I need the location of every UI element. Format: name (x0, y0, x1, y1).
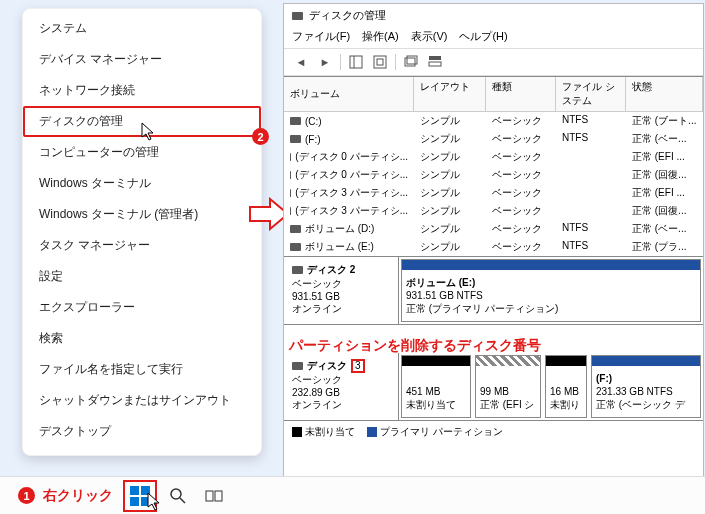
taskview-icon (205, 487, 223, 505)
partition-status: 正常 (EFI シ (480, 399, 534, 410)
partition-f[interactable]: (F:)231.33 GB NTFS正常 (ベーシック デ (591, 355, 701, 418)
cell-volume: (ディスク 0 パーティシ... (295, 168, 408, 182)
menu-view[interactable]: 表示(V) (411, 29, 448, 44)
col-filesystem[interactable]: ファイル システム (556, 77, 626, 111)
cell-layout: シンプル (414, 184, 486, 202)
partition-size: 451 MB (406, 386, 440, 397)
table-row[interactable]: (ディスク 0 パーティシ...シンプルベーシック正常 (回復... (284, 166, 703, 184)
disk-row-2: ディスク 2 ベーシック 931.51 GB オンライン ボリューム (E:) … (284, 257, 703, 325)
winx-context-menu: システム デバイス マネージャー ネットワーク接続 ディスクの管理 2 コンピュ… (22, 8, 262, 456)
table-row[interactable]: ボリューム (D:)シンプルベーシックNTFS正常 (ベー... (284, 220, 703, 238)
cell-status: 正常 (回復... (626, 202, 703, 220)
volume-icon (290, 225, 301, 233)
ctx-item-network[interactable]: ネットワーク接続 (23, 75, 261, 106)
col-status[interactable]: 状態 (626, 77, 703, 111)
menu-file[interactable]: ファイル(F) (292, 29, 350, 44)
legend: 未割り当て プライマリ パーティション (284, 421, 703, 443)
table-row[interactable]: (ディスク 3 パーティシ...シンプルベーシック正常 (EFI ... (284, 184, 703, 202)
cell-status: 正常 (回復... (626, 166, 703, 184)
toolbar-btn-1[interactable] (347, 53, 365, 71)
cell-volume: (F:) (305, 134, 321, 145)
cell-volume: (ディスク 0 パーティシ... (295, 150, 408, 164)
volume-icon (290, 189, 291, 197)
toolbar-btn-2[interactable] (402, 53, 420, 71)
partition-status: 正常 (プライマリ パーティション) (406, 303, 558, 314)
ctx-item-settings[interactable]: 設定 (23, 261, 261, 292)
cell-type: ベーシック (486, 184, 556, 202)
cursor-icon (141, 122, 157, 142)
disk-name-prefix: ディスク (307, 359, 347, 373)
cell-type: ベーシック (486, 148, 556, 166)
col-type[interactable]: 種類 (486, 77, 556, 111)
svg-rect-0 (350, 56, 362, 68)
toolbar-btn-3[interactable] (426, 53, 444, 71)
disk-state: オンライン (292, 302, 390, 316)
annotation-disk-number: 3 (351, 359, 365, 373)
annotation-badge-2: 2 (252, 128, 269, 145)
table-row[interactable]: (C:)シンプルベーシックNTFS正常 (ブート... (284, 112, 703, 130)
svg-rect-11 (215, 491, 222, 501)
taskbar-taskview-button[interactable] (199, 481, 229, 511)
col-layout[interactable]: レイアウト (414, 77, 486, 111)
partition-unallocated-1[interactable]: 451 MB未割り当て (401, 355, 471, 418)
partition-status: 未割り当て (406, 399, 456, 410)
toolbar: ◄ ► (284, 49, 703, 76)
partition-efi[interactable]: 99 MB正常 (EFI シ (475, 355, 541, 418)
menu-action[interactable]: 操作(A) (362, 29, 399, 44)
cell-filesystem (556, 148, 626, 166)
cell-layout: シンプル (414, 202, 486, 220)
taskbar-search-button[interactable] (163, 481, 193, 511)
cell-type: ベーシック (486, 220, 556, 238)
ctx-item-terminal-admin[interactable]: Windows ターミナル (管理者) (23, 199, 261, 230)
table-header: ボリューム レイアウト 種類 ファイル システム 状態 (284, 77, 703, 112)
start-button[interactable] (123, 480, 157, 512)
menu-help[interactable]: ヘルプ(H) (459, 29, 507, 44)
back-button[interactable]: ◄ (292, 53, 310, 71)
table-row[interactable]: (F:)シンプルベーシックNTFS正常 (ベー... (284, 130, 703, 148)
partition-status: 正常 (ベーシック デ (596, 399, 685, 410)
ctx-item-search[interactable]: 検索 (23, 323, 261, 354)
cell-filesystem: NTFS (556, 220, 626, 238)
partition-unallocated-2[interactable]: 16 MB未割り (545, 355, 587, 418)
ctx-item-explorer[interactable]: エクスプローラー (23, 292, 261, 323)
cell-filesystem: NTFS (556, 130, 626, 148)
table-row[interactable]: (ディスク 0 パーティシ...シンプルベーシック正常 (EFI ... (284, 148, 703, 166)
partition-bar (402, 260, 700, 270)
legend-swatch (367, 427, 377, 437)
volume-icon (290, 207, 291, 215)
partition-e[interactable]: ボリューム (E:) 931.51 GB NTFS 正常 (プライマリ パーティ… (401, 259, 701, 322)
annotation-right-click-label: 右クリック (43, 487, 113, 505)
volume-icon (290, 117, 301, 125)
disk-graphical-view: ディスク 2 ベーシック 931.51 GB オンライン ボリューム (E:) … (284, 256, 703, 421)
ctx-item-task-manager[interactable]: タスク マネージャー (23, 230, 261, 261)
disk-icon (292, 362, 303, 370)
partition-size: 99 MB (480, 386, 509, 397)
ctx-item-terminal[interactable]: Windows ターミナル (23, 168, 261, 199)
cell-layout: シンプル (414, 112, 486, 130)
window-title-bar: ディスクの管理 (284, 4, 703, 27)
cell-filesystem: NTFS (556, 112, 626, 130)
disk-icon (292, 266, 303, 274)
table-row[interactable]: ボリューム (E:)シンプルベーシックNTFS正常 (プラ... (284, 238, 703, 256)
legend-label: プライマリ パーティション (380, 426, 503, 437)
cell-status: 正常 (EFI ... (626, 148, 703, 166)
ctx-item-system[interactable]: システム (23, 13, 261, 44)
disk-size: 931.51 GB (292, 291, 390, 302)
ctx-item-run[interactable]: ファイル名を指定して実行 (23, 354, 261, 385)
ctx-item-shutdown[interactable]: シャットダウンまたはサインアウト (23, 385, 261, 416)
svg-rect-3 (377, 59, 383, 65)
disk-management-window: ディスクの管理 ファイル(F) 操作(A) 表示(V) ヘルプ(H) ◄ ► ボ… (283, 3, 704, 477)
forward-button[interactable]: ► (316, 53, 334, 71)
legend-swatch (292, 427, 302, 437)
ctx-item-desktop[interactable]: デスクトップ (23, 416, 261, 447)
ctx-item-device-manager[interactable]: デバイス マネージャー (23, 44, 261, 75)
partition-title: ボリューム (E:) (406, 277, 475, 288)
volume-icon (290, 243, 301, 251)
refresh-button[interactable] (371, 53, 389, 71)
cursor-icon (147, 492, 163, 512)
cell-status: 正常 (EFI ... (626, 184, 703, 202)
taskbar: 1 右クリック (0, 476, 705, 514)
col-volume[interactable]: ボリューム (284, 77, 414, 111)
cell-status: 正常 (プラ... (626, 238, 703, 256)
table-row[interactable]: (ディスク 3 パーティシ...シンプルベーシック正常 (回復... (284, 202, 703, 220)
